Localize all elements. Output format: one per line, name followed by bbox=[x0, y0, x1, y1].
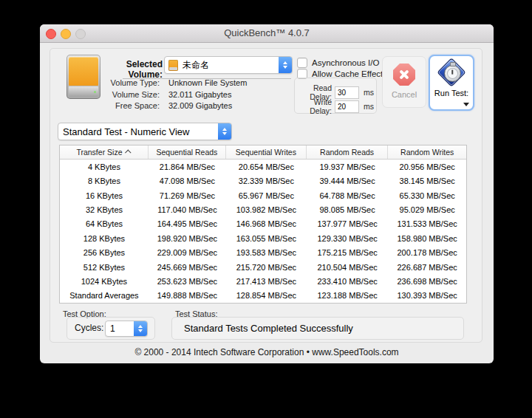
table-cell: 123.188 MB/Sec bbox=[307, 289, 389, 303]
delay-group-box: Read Delay: 30 ms Write Delay: 20 ms bbox=[294, 78, 377, 114]
table-cell: 146.968 MB/Sec bbox=[226, 217, 307, 231]
sort-ascending-icon bbox=[126, 149, 132, 155]
test-view-value: Standard Test - Numeric View bbox=[58, 126, 218, 137]
table-cell: 8 KBytes bbox=[60, 174, 149, 188]
table-row[interactable]: 1024 KBytes253.623 MB/Sec217.413 MB/Sec2… bbox=[60, 274, 466, 288]
table-row[interactable]: 512 KBytes245.669 MB/Sec215.720 MB/Sec21… bbox=[60, 260, 466, 274]
read-delay-input[interactable]: 30 bbox=[335, 86, 359, 99]
table-cell: 200.178 MB/Sec bbox=[388, 245, 466, 259]
stopwatch-icon bbox=[437, 58, 466, 87]
table-cell: 38.145 MB/Sec bbox=[388, 174, 466, 188]
table-cell: 137.977 MB/Sec bbox=[307, 217, 389, 231]
table-row[interactable]: 4 KBytes21.864 MB/Sec20.654 MB/Sec19.937… bbox=[60, 160, 466, 174]
column-header[interactable]: Sequential Reads bbox=[149, 145, 226, 159]
table-cell: 117.040 MB/Sec bbox=[149, 202, 226, 216]
table-cell: 129.330 MB/Sec bbox=[307, 231, 389, 245]
table-row[interactable]: Standard Averages149.888 MB/Sec128.854 M… bbox=[60, 289, 466, 303]
column-header[interactable]: Random Reads bbox=[307, 145, 389, 159]
async-io-label: Asynchronous I/O bbox=[312, 58, 379, 67]
test-view-select[interactable]: Standard Test - Numeric View bbox=[58, 123, 232, 140]
table-cell: 198.920 MB/Sec bbox=[149, 231, 226, 245]
quickbench-window: QuickBench™ 4.0.7 Selected Volume: 未命名 V… bbox=[40, 24, 494, 363]
table-cell: 131.533 MB/Sec bbox=[388, 217, 466, 231]
table-cell: 64.788 MB/Sec bbox=[307, 188, 389, 202]
table-cell: 158.980 MB/Sec bbox=[388, 231, 466, 245]
table-cell: 193.583 MB/Sec bbox=[226, 245, 307, 259]
test-option-box: Cycles: 1 bbox=[66, 317, 155, 340]
table-cell: 1024 KBytes bbox=[60, 274, 149, 288]
column-header[interactable]: Sequential Writes bbox=[226, 145, 307, 159]
stepper-icon bbox=[218, 123, 231, 140]
column-header[interactable]: Random Writes bbox=[388, 145, 466, 159]
read-delay-unit: ms bbox=[364, 88, 374, 97]
run-test-button[interactable]: Run Test: bbox=[429, 55, 474, 111]
results-table: Transfer SizeSequential ReadsSequential … bbox=[59, 145, 467, 304]
test-status-text: Standard Tests Completed Successfully bbox=[184, 318, 353, 339]
table-cell: 64 KBytes bbox=[60, 217, 149, 231]
table-row[interactable]: 128 KBytes198.920 MB/Sec163.055 MB/Sec12… bbox=[60, 231, 466, 245]
volume-size-label: Volume Size: bbox=[83, 89, 160, 100]
table-cell: 245.669 MB/Sec bbox=[149, 260, 226, 274]
table-cell: 512 KBytes bbox=[60, 260, 149, 274]
async-io-row: Asynchronous I/O bbox=[297, 58, 379, 68]
cycles-label: Cycles: bbox=[75, 323, 103, 333]
table-cell: 98.085 MB/Sec bbox=[307, 202, 389, 216]
volume-size-value: 32.011 Gigabytes bbox=[168, 89, 231, 100]
write-delay-unit: ms bbox=[364, 102, 374, 111]
titlebar: QuickBench™ 4.0.7 bbox=[40, 24, 494, 43]
table-header: Transfer SizeSequential ReadsSequential … bbox=[60, 145, 466, 160]
table-cell: 20.956 MB/Sec bbox=[388, 160, 466, 174]
run-test-label: Run Test: bbox=[430, 89, 473, 97]
free-space-value: 32.009 Gigabytes bbox=[168, 100, 232, 112]
volume-select[interactable]: 未命名 bbox=[164, 56, 293, 74]
table-cell: Standard Averages bbox=[60, 289, 149, 303]
table-cell: 16 KBytes bbox=[60, 188, 149, 202]
volume-type-value: Unknown File System bbox=[168, 78, 247, 89]
table-cell: 175.215 MB/Sec bbox=[307, 245, 389, 259]
table-row[interactable]: 32 KBytes117.040 MB/Sec103.982 MB/Sec98.… bbox=[60, 202, 466, 216]
table-cell: 253.623 MB/Sec bbox=[149, 274, 226, 288]
table-body: 4 KBytes21.864 MB/Sec20.654 MB/Sec19.937… bbox=[60, 160, 466, 303]
cancel-button[interactable]: Cancel bbox=[382, 56, 426, 108]
table-cell: 215.720 MB/Sec bbox=[226, 260, 307, 274]
async-io-checkbox[interactable] bbox=[297, 58, 307, 68]
table-cell: 163.055 MB/Sec bbox=[226, 231, 307, 245]
volume-type-label: Volume Type: bbox=[83, 78, 160, 89]
cycles-select[interactable]: 1 bbox=[105, 321, 148, 337]
write-delay-label: Write Delay: bbox=[295, 97, 332, 115]
table-cell: 233.410 MB/Sec bbox=[307, 274, 389, 288]
table-cell: 39.444 MB/Sec bbox=[307, 174, 389, 188]
table-cell: 103.982 MB/Sec bbox=[226, 202, 307, 216]
selected-volume-label: Selected Volume: bbox=[92, 59, 163, 80]
table-cell: 32.339 MB/Sec bbox=[226, 174, 307, 188]
cancel-stop-icon bbox=[393, 64, 415, 86]
table-cell: 236.698 MB/Sec bbox=[388, 274, 466, 288]
table-cell: 164.495 MB/Sec bbox=[149, 217, 226, 231]
window-title: QuickBench™ 4.0.7 bbox=[40, 24, 494, 42]
table-cell: 210.504 MB/Sec bbox=[307, 260, 389, 274]
cycles-value: 1 bbox=[106, 323, 134, 334]
table-cell: 20.654 MB/Sec bbox=[226, 160, 307, 174]
table-cell: 71.269 MB/Sec bbox=[149, 188, 226, 202]
table-cell: 256 KBytes bbox=[60, 245, 149, 259]
table-row[interactable]: 8 KBytes47.098 MB/Sec32.339 MB/Sec39.444… bbox=[60, 174, 466, 188]
free-space-label: Free Space: bbox=[83, 100, 160, 112]
table-cell: 226.687 MB/Sec bbox=[388, 260, 466, 274]
table-cell: 128.854 MB/Sec bbox=[226, 289, 307, 303]
table-row[interactable]: 64 KBytes164.495 MB/Sec146.968 MB/Sec137… bbox=[60, 217, 466, 231]
table-cell: 4 KBytes bbox=[60, 160, 149, 174]
table-cell: 130.393 MB/Sec bbox=[388, 289, 466, 303]
table-row[interactable]: 16 KBytes71.269 MB/Sec65.967 MB/Sec64.78… bbox=[60, 188, 466, 202]
stepper-icon bbox=[279, 57, 292, 73]
write-delay-row: Write Delay: 20 ms bbox=[295, 97, 376, 115]
table-row[interactable]: 256 KBytes229.009 MB/Sec193.583 MB/Sec17… bbox=[60, 245, 466, 259]
column-header[interactable]: Transfer Size bbox=[60, 145, 149, 159]
table-cell: 95.029 MB/Sec bbox=[388, 202, 466, 216]
table-cell: 217.413 MB/Sec bbox=[226, 274, 307, 288]
volume-select-value: 未命名 bbox=[178, 59, 279, 72]
table-cell: 65.967 MB/Sec bbox=[226, 188, 307, 202]
write-delay-input[interactable]: 20 bbox=[335, 100, 359, 113]
footer-copyright: © 2000 - 2014 Intech Software Corporatio… bbox=[40, 347, 494, 357]
mini-drive-icon bbox=[168, 60, 178, 71]
table-cell: 65.330 MB/Sec bbox=[388, 188, 466, 202]
